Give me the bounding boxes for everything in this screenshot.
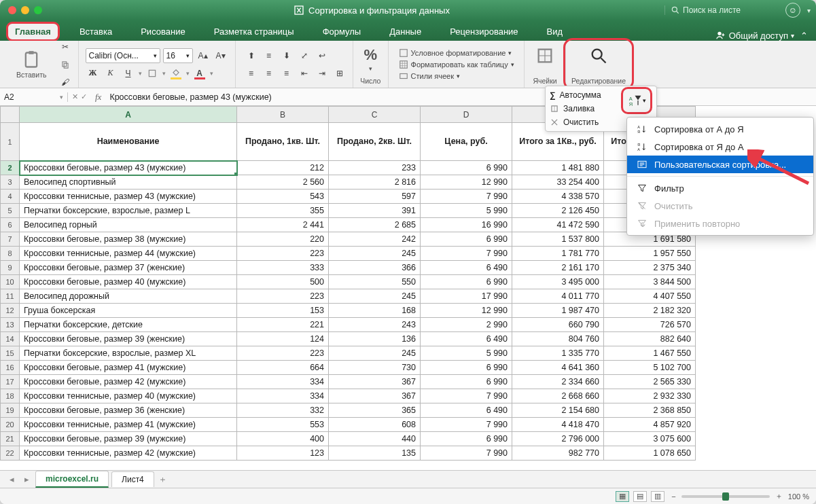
minimize-window-icon[interactable] bbox=[21, 6, 29, 14]
row-header[interactable]: 2 bbox=[1, 161, 20, 175]
format-as-table-button[interactable]: Форматировать как таблицу ▾ bbox=[399, 60, 514, 69]
cell[interactable]: Кроссовки беговые, размер 41 (мужские) bbox=[20, 361, 237, 375]
decrease-indent-icon[interactable]: ⇤ bbox=[297, 66, 312, 81]
row-header[interactable]: 9 bbox=[1, 261, 20, 275]
cell[interactable]: 367 bbox=[329, 375, 421, 389]
cell[interactable]: 242 bbox=[329, 232, 421, 247]
cell[interactable]: Перчатки боксерские, взрослые, размер XL bbox=[20, 346, 237, 361]
cell[interactable]: 136 bbox=[329, 332, 421, 346]
cell[interactable]: 2 816 bbox=[329, 175, 421, 190]
cell[interactable]: 7 990 bbox=[421, 190, 512, 204]
cell[interactable]: 2 161 170 bbox=[512, 261, 604, 275]
row-header[interactable]: 3 bbox=[1, 175, 20, 190]
row-header[interactable]: 19 bbox=[1, 403, 20, 418]
cell[interactable]: Кроссовки теннисные, размер 40 (мужские) bbox=[20, 389, 237, 403]
cell[interactable]: Велосипед спортивный bbox=[20, 175, 237, 190]
header-cell[interactable]: Цена, руб. bbox=[421, 123, 512, 161]
cell[interactable]: 7 990 bbox=[421, 446, 512, 461]
feedback-icon[interactable]: ☺ bbox=[785, 3, 800, 18]
cell[interactable]: 2 368 850 bbox=[604, 403, 696, 418]
cell[interactable]: 2 685 bbox=[329, 218, 421, 232]
cell[interactable]: 223 bbox=[237, 289, 329, 304]
cell[interactable]: 4 407 550 bbox=[604, 289, 696, 304]
increase-indent-icon[interactable]: ⇥ bbox=[315, 66, 330, 81]
tab-home[interactable]: Главная bbox=[7, 22, 59, 41]
zoom-in-icon[interactable]: ＋ bbox=[775, 491, 783, 501]
cell[interactable]: 1 335 770 bbox=[512, 346, 604, 361]
cell[interactable]: 4 418 470 bbox=[512, 418, 604, 432]
cell[interactable]: 1 987 470 bbox=[512, 304, 604, 318]
cell[interactable]: 500 bbox=[237, 275, 329, 289]
merge-cells-icon[interactable]: ⊞ bbox=[332, 66, 347, 81]
cell[interactable]: 153 bbox=[237, 304, 329, 318]
cell[interactable]: 16 990 bbox=[421, 218, 512, 232]
fill-color-icon[interactable] bbox=[168, 66, 183, 81]
cell[interactable]: 543 bbox=[237, 190, 329, 204]
cell[interactable]: 245 bbox=[329, 289, 421, 304]
zoom-out-icon[interactable]: − bbox=[671, 492, 675, 501]
cell[interactable]: 12 990 bbox=[421, 175, 512, 190]
underline-icon[interactable]: Ч bbox=[121, 66, 136, 81]
borders-icon[interactable] bbox=[145, 66, 160, 81]
cell[interactable]: 333 bbox=[237, 261, 329, 275]
cell[interactable]: 220 bbox=[237, 232, 329, 247]
share-button[interactable]: Общий доступ ▾ bbox=[715, 30, 794, 41]
row-header[interactable]: 1 bbox=[1, 123, 20, 161]
cell[interactable]: 243 bbox=[329, 318, 421, 332]
cell[interactable]: 6 990 bbox=[421, 275, 512, 289]
col-header-D[interactable]: D bbox=[421, 107, 512, 123]
align-middle-icon[interactable]: ≡ bbox=[262, 48, 277, 63]
cell[interactable]: 332 bbox=[237, 403, 329, 418]
header-cell[interactable]: Продано, 1кв. Шт. bbox=[237, 123, 329, 161]
fx-icon[interactable]: fx bbox=[91, 92, 105, 103]
menu-sort-az[interactable]: АЯ Сортировка от А до Я bbox=[627, 120, 813, 138]
cell[interactable]: 882 640 bbox=[604, 332, 696, 346]
bold-icon[interactable]: Ж bbox=[86, 66, 101, 81]
cell[interactable]: 2 932 330 bbox=[604, 389, 696, 403]
italic-icon[interactable]: К bbox=[103, 66, 118, 81]
formula-input[interactable]: Кроссовки беговые, размер 43 (мужские) bbox=[105, 92, 816, 102]
cell[interactable]: Кроссовки беговые, размер 40 (мужские) bbox=[20, 275, 237, 289]
row-header[interactable]: 11 bbox=[1, 289, 20, 304]
cell[interactable]: 2 126 450 bbox=[512, 204, 604, 218]
next-sheet-icon[interactable]: ▸ bbox=[20, 474, 33, 484]
cell[interactable]: 135 bbox=[329, 446, 421, 461]
row-header[interactable]: 21 bbox=[1, 432, 20, 446]
tab-formulas[interactable]: Формулы bbox=[315, 22, 370, 41]
zoom-slider[interactable] bbox=[681, 495, 770, 498]
cell[interactable]: 1 537 800 bbox=[512, 232, 604, 247]
col-header-B[interactable]: B bbox=[237, 107, 329, 123]
cell[interactable]: 553 bbox=[237, 418, 329, 432]
cell[interactable]: 168 bbox=[329, 304, 421, 318]
tab-page-layout[interactable]: Разметка страницы bbox=[206, 22, 302, 41]
cell[interactable]: 3 075 600 bbox=[604, 432, 696, 446]
cell[interactable]: 2 154 680 bbox=[512, 403, 604, 418]
cell[interactable]: 123 bbox=[237, 446, 329, 461]
cell[interactable]: 12 990 bbox=[421, 304, 512, 318]
cell[interactable]: 804 760 bbox=[512, 332, 604, 346]
cell[interactable]: 4 857 920 bbox=[604, 418, 696, 432]
cell[interactable]: 334 bbox=[237, 389, 329, 403]
cell[interactable]: 33 254 400 bbox=[512, 175, 604, 190]
wrap-text-icon[interactable]: ↩ bbox=[315, 48, 330, 63]
cell[interactable]: 664 bbox=[237, 361, 329, 375]
maximize-window-icon[interactable] bbox=[34, 6, 42, 14]
menu-sort-za[interactable]: ЯА Сортировка от Я до А bbox=[627, 138, 813, 156]
cell[interactable]: 6 990 bbox=[421, 232, 512, 247]
cell[interactable]: 367 bbox=[329, 389, 421, 403]
first-sheet-icon[interactable]: ◂ bbox=[5, 474, 18, 484]
row-header[interactable]: 10 bbox=[1, 275, 20, 289]
editing-group[interactable]: Редактирование bbox=[566, 41, 631, 88]
cell[interactable]: 212 bbox=[237, 161, 329, 175]
cell[interactable]: 2 565 330 bbox=[604, 375, 696, 389]
cell[interactable]: 982 770 bbox=[512, 446, 604, 461]
cell[interactable]: 7 990 bbox=[421, 389, 512, 403]
percent-format-button[interactable]: %▾ bbox=[359, 43, 383, 75]
font-size-select[interactable]: 16▾ bbox=[163, 48, 193, 63]
cell[interactable]: 5 990 bbox=[421, 346, 512, 361]
col-header-A[interactable]: A bbox=[20, 107, 237, 123]
cell[interactable]: 7 990 bbox=[421, 247, 512, 261]
cell[interactable]: 1 078 650 bbox=[604, 446, 696, 461]
col-header-C[interactable]: C bbox=[329, 107, 421, 123]
name-box[interactable]: A2▾ bbox=[0, 92, 68, 102]
